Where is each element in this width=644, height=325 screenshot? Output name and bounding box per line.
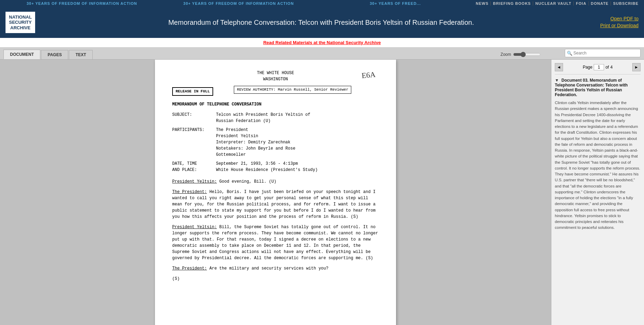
nav-nuclear-vault[interactable]: NUCLEAR VAULT	[533, 1, 574, 6]
banner-text-3: 30+ YEARS OF FREED...	[317, 1, 474, 6]
of-label: of	[605, 65, 609, 70]
logo-line1: NATIONAL	[9, 14, 32, 20]
main-area: E6A THE WHITE HOUSE WASHINGTON RELEASE I…	[0, 60, 644, 325]
top-nav: NEWS BRIEFING BOOKS NUCLEAR VAULT FOIA D…	[474, 1, 641, 6]
doc-title: ▼ Document 03. Memorandum of Telephone C…	[555, 78, 641, 97]
pdf-link-line1: Open PDF to	[600, 16, 638, 22]
subject-section: SUBJECT: Telcon with President Boris Yel…	[172, 112, 379, 124]
prev-page-button[interactable]: ◄	[555, 63, 563, 71]
para3: President Yeltsin: Bill, the Supreme Sov…	[172, 224, 379, 261]
pdf-link[interactable]: Open PDF to Print or Download	[600, 16, 638, 29]
white-house-text: THE WHITE HOUSE	[172, 70, 379, 76]
date-value: September 21, 1993, 3:56 - 4:13pmWhite H…	[216, 161, 318, 173]
nav-donate[interactable]: DONATE	[589, 1, 611, 6]
header-title: Memorandum of Telephone Conversation: Te…	[42, 19, 600, 27]
doc-title-text: Document 03. Memorandum of Telephone Con…	[555, 78, 628, 97]
next-page-button[interactable]: ►	[632, 63, 641, 71]
tab-bar: DOCUMENT PAGES TEXT Zoom 🔍	[0, 48, 644, 60]
para2: The President: Hello, Boris. I have just…	[172, 189, 379, 220]
date-section: DATE, TIMEAND PLACE: September 21, 1993,…	[172, 161, 379, 173]
nav-briefing-books[interactable]: BRIEFING BOOKS	[491, 1, 533, 6]
para3-speaker: President Yeltsin:	[172, 225, 217, 230]
zoom-label: Zoom	[500, 52, 511, 57]
header: NATIONAL SECURITY ARCHIVE Memorandum of …	[0, 7, 644, 38]
doc-letterhead: THE WHITE HOUSE WASHINGTON	[172, 70, 379, 82]
right-panel: ◄ Page of 4 ► ▼ Document 03. Memorandum …	[551, 60, 644, 325]
search-wrapper: 🔍	[565, 49, 641, 57]
zoom-slider[interactable]	[513, 52, 541, 57]
banner-text-2: 30+ YEARS OF FREEDOM OF INFORMATION ACTI…	[160, 1, 317, 6]
tab-pages[interactable]: PAGES	[41, 50, 68, 59]
para4-continuation: (S)	[172, 276, 379, 282]
logo-line2: SECURITY	[9, 20, 32, 25]
doc-description: ▼ Document 03. Memorandum of Telephone C…	[555, 78, 641, 231]
participants-value: The PresidentPresident YeltsinInterprete…	[216, 127, 295, 158]
related-bar: Read Related Materials at the National S…	[0, 38, 644, 48]
para1: President Yeltsin: Good evening, Bill. (…	[172, 179, 379, 185]
page-info: Page of 4	[583, 64, 613, 70]
stamps-row: RELEASE IN FULL REVIEW AUTHORITY: Marvin…	[172, 86, 379, 96]
search-icon: 🔍	[567, 51, 572, 56]
tab-document[interactable]: DOCUMENT	[3, 50, 40, 59]
handwritten-annotation: E6A	[361, 69, 376, 81]
date-label: DATE, TIMEAND PLACE:	[172, 161, 214, 173]
doc-summary: Clinton calls Yeltsin immediately after …	[555, 100, 641, 231]
washington-text: WASHINGTON	[172, 76, 379, 82]
para1-text: Good evening, Bill. (U)	[219, 179, 277, 184]
para1-speaker: President Yeltsin:	[172, 179, 217, 184]
top-banner: 30+ YEARS OF FREEDOM OF INFORMATION ACTI…	[0, 0, 644, 7]
participants-label: PARTICIPANTS:	[172, 127, 214, 133]
memo-header: MEMORANDUM OF TELEPHONE CONVERSATION	[172, 101, 379, 108]
logo: NATIONAL SECURITY ARCHIVE	[6, 12, 35, 33]
pdf-link-line2: Print or Download	[600, 22, 638, 29]
total-pages: 4	[610, 65, 613, 70]
logo-line3: ARCHIVE	[9, 25, 32, 31]
tab-text[interactable]: TEXT	[69, 50, 93, 59]
banner-text-1: 30+ YEARS OF FREEDOM OF INFORMATION ACTI…	[3, 1, 160, 6]
subject-label: SUBJECT:	[172, 112, 214, 118]
nav-news[interactable]: NEWS	[474, 1, 491, 6]
subject-value: Telcon with President Boris Yeltsin ofRu…	[216, 112, 310, 124]
para4-speaker: The President:	[172, 266, 207, 271]
release-stamp: RELEASE IN FULL	[172, 87, 213, 96]
participants-section: PARTICIPANTS: The PresidentPresident Yel…	[172, 127, 379, 158]
page-number-input[interactable]	[594, 64, 604, 70]
search-input[interactable]	[565, 49, 641, 57]
nav-subscribe[interactable]: SUBSCRIBE	[611, 1, 641, 6]
zoom-controls: Zoom	[500, 52, 541, 57]
para4-text: Are the military and security services w…	[209, 266, 329, 271]
para4: The President: Are the military and secu…	[172, 265, 379, 272]
page-nav-bar: ◄ Page of 4 ►	[555, 63, 641, 74]
triangle-marker: ▼	[555, 78, 559, 83]
doc-page: E6A THE WHITE HOUSE WASHINGTON RELEASE I…	[155, 60, 396, 325]
doc-viewer[interactable]: E6A THE WHITE HOUSE WASHINGTON RELEASE I…	[0, 60, 551, 325]
review-authority: REVIEW AUTHORITY: Marvin Russell, Senior…	[234, 86, 351, 94]
para3-text: Bill, the Supreme Soviet has totally gon…	[172, 225, 378, 261]
related-link[interactable]: Read Related Materials at the National S…	[263, 40, 381, 45]
para2-speaker: The President:	[172, 190, 207, 194]
page-label: Page	[583, 65, 592, 70]
nav-foia[interactable]: FOIA	[574, 1, 589, 6]
